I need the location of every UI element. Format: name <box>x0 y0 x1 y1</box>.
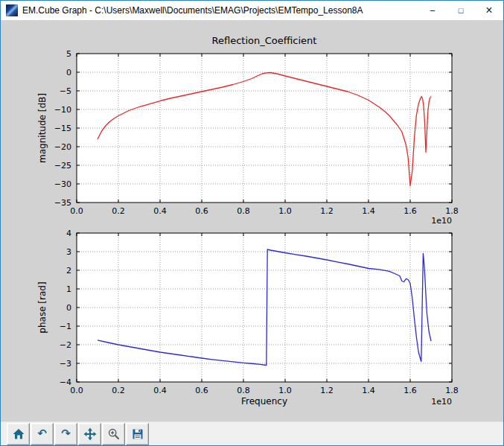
home-icon <box>12 427 25 441</box>
y-tick-label: 0 <box>66 303 71 313</box>
y-tick-label: −20 <box>54 142 71 152</box>
x-tick-label: 0.8 <box>237 206 250 216</box>
y-axis-label: magnitude [dB] <box>37 93 48 163</box>
y-tick-label: 5 <box>66 49 71 59</box>
close-icon: × <box>485 4 492 17</box>
x-tick-label: 0.6 <box>195 386 208 395</box>
x-tick-label: 0.0 <box>70 206 83 216</box>
y-axis-label: phase [rad] <box>37 281 48 333</box>
y-tick-label: 0 <box>66 68 71 77</box>
plot-title: Reflection_Coefficient <box>212 35 317 46</box>
x-offset-label: 1e10 <box>431 397 452 407</box>
x-tick-label: 1.6 <box>403 386 417 395</box>
x-tick-label: 0.8 <box>237 386 250 395</box>
app-window: EM.Cube Graph - C:\Users\Maxwell\Documen… <box>0 0 504 446</box>
x-tick-label: 1.8 <box>445 206 459 216</box>
app-logo-icon <box>6 4 18 16</box>
x-tick-label: 1.4 <box>362 386 375 395</box>
x-tick-label: 1.2 <box>320 386 334 395</box>
y-tick-label: −2 <box>60 340 71 350</box>
plot-canvas[interactable]: 0.00.20.40.60.81.01.21.41.61.850−5−10−15… <box>1 20 503 421</box>
plot-toolbar: ↶ ↷ <box>1 421 503 445</box>
y-tick-label: −5 <box>60 86 71 96</box>
y-tick-label: 1 <box>66 284 71 294</box>
y-tick-label: 3 <box>66 247 71 257</box>
maximize-button[interactable]: □ <box>447 1 475 20</box>
y-tick-label: −35 <box>54 198 71 208</box>
x-tick-label: 0.4 <box>153 386 167 395</box>
x-tick-label: 1.0 <box>278 386 292 395</box>
x-tick-label: 0.2 <box>112 206 125 216</box>
y-tick-label: −30 <box>54 179 71 189</box>
zoom-magnifier-icon <box>107 427 121 441</box>
x-tick-label: 0.4 <box>153 206 167 216</box>
x-tick-label: 0.0 <box>70 386 83 395</box>
window-title: EM.Cube Graph - C:\Users\Maxwell\Documen… <box>22 5 363 16</box>
window-controls: − □ × <box>418 1 503 20</box>
forward-arrow-icon: ↷ <box>61 428 71 439</box>
pan-move-icon <box>83 427 97 441</box>
y-tick-label: −10 <box>54 105 71 115</box>
close-button[interactable]: × <box>475 1 503 20</box>
subplot-1: 0.00.20.40.60.81.01.21.41.61.850−5−10−15… <box>37 35 459 226</box>
y-tick-label: −3 <box>60 359 71 369</box>
y-tick-label: 2 <box>66 266 71 275</box>
minimize-button[interactable]: − <box>418 1 447 20</box>
minimize-icon: − <box>430 5 436 16</box>
title-bar[interactable]: EM.Cube Graph - C:\Users\Maxwell\Documen… <box>1 1 503 20</box>
y-tick-label: −25 <box>54 161 71 171</box>
subplot-2: 0.00.20.40.60.81.01.21.41.61.843210−1−2−… <box>37 229 459 407</box>
x-tick-label: 1.0 <box>278 206 292 216</box>
back-arrow-icon: ↶ <box>37 428 47 439</box>
x-tick-label: 1.6 <box>403 206 417 216</box>
save-floppy-icon <box>131 427 144 441</box>
save-button[interactable] <box>126 423 149 445</box>
x-offset-label: 1e10 <box>431 216 452 226</box>
y-tick-label: −15 <box>54 124 71 133</box>
back-button[interactable]: ↶ <box>31 423 54 445</box>
x-tick-label: 0.6 <box>195 206 208 216</box>
x-tick-label: 0.2 <box>112 386 125 395</box>
y-tick-label: −1 <box>60 322 71 331</box>
pan-button[interactable] <box>78 423 101 445</box>
x-tick-label: 1.2 <box>320 206 334 216</box>
forward-button[interactable]: ↷ <box>54 423 77 445</box>
x-tick-label: 1.8 <box>445 386 459 395</box>
maximize-icon: □ <box>459 6 464 15</box>
home-button[interactable] <box>7 423 30 445</box>
figure-area: 0.00.20.40.60.81.01.21.41.61.850−5−10−15… <box>1 20 503 421</box>
zoom-button[interactable] <box>102 423 125 445</box>
y-tick-label: 4 <box>66 229 71 238</box>
x-axis-label: Frequency <box>241 396 287 407</box>
y-tick-label: −4 <box>60 377 71 387</box>
x-tick-label: 1.4 <box>362 206 375 216</box>
